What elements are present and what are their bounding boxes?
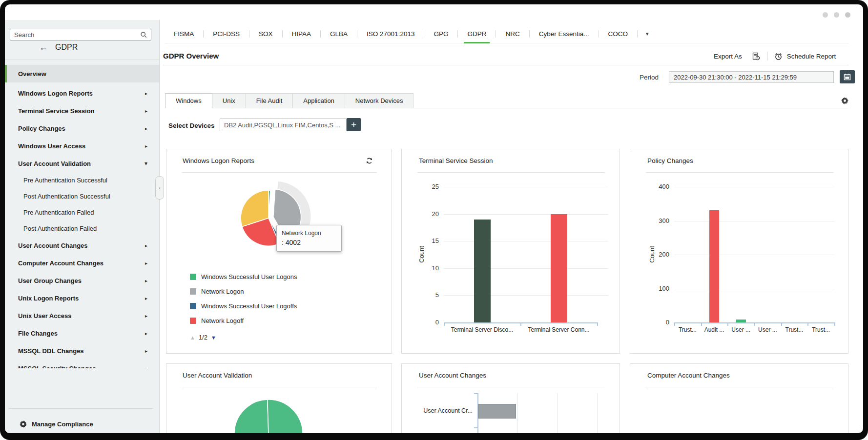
screenshot-frame: FISMAPCI-DSSSOXHIPAAGLBAISO 27001:2013GP…: [0, 0, 868, 440]
y-tick-label: 300: [649, 217, 669, 224]
legend-item-windows-successful-user-logoffs[interactable]: Windows Successful User Logoffs: [190, 299, 297, 313]
pie-slice-item[interactable]: [268, 400, 303, 433]
add-devices-button[interactable]: +: [347, 118, 361, 131]
period-input[interactable]: 2022-09-30 21:30:00 - 2022-11-15 21:29:5…: [669, 71, 834, 83]
sidebar-item-post-authentication-failed[interactable]: Post Authentication Failed: [5, 220, 159, 237]
sidebar-item-label: Unix Logon Reports: [18, 295, 79, 302]
sidebar-item-user-account-changes[interactable]: User Account Changes▸: [5, 237, 159, 254]
axis-tick: [597, 322, 598, 326]
sidebar-item-mssql-ddl-changes[interactable]: MSSQL DDL Changes▸: [5, 342, 159, 360]
y-tick-label: 10: [418, 264, 439, 272]
axis-tick: [520, 322, 521, 326]
chevron-right-icon: ▸: [145, 313, 147, 319]
compliance-tab-iso-27001-2013[interactable]: ISO 27001:2013: [357, 24, 424, 43]
sidebar-item-pre-authentication-successful[interactable]: Pre Authentication Successful: [5, 172, 159, 188]
chart-legend: Windows Successful User LogonsNetwork Lo…: [190, 269, 297, 328]
gear-icon[interactable]: [841, 97, 848, 104]
period-label: Period: [640, 74, 659, 81]
chevron-right-icon: ▸: [145, 91, 147, 96]
sidebar-item-file-changes[interactable]: File Changes▸: [5, 324, 159, 342]
axis-tick: [834, 322, 835, 326]
pie-slice-item[interactable]: [234, 400, 269, 433]
sidebar-item-mssql-security-changes[interactable]: MSSQL Security Changes▸: [5, 360, 159, 368]
calendar-button[interactable]: [840, 70, 855, 83]
page-title: GDPR Overview: [163, 52, 219, 60]
sidebar-item-label: Terminal Service Session: [18, 107, 95, 115]
compliance-tab-glba[interactable]: GLBA: [321, 24, 357, 43]
device-tab-windows[interactable]: Windows: [165, 93, 212, 108]
legend-item-windows-successful-user-logons[interactable]: Windows Successful User Logons: [190, 269, 297, 284]
sidebar-item-unix-logon-reports[interactable]: Unix Logon Reports▸: [5, 289, 159, 307]
y-tick-label: 5: [418, 291, 439, 299]
chevron-down-icon: ▾: [145, 160, 147, 167]
legend-swatch: [190, 303, 196, 309]
sidebar-item-unix-user-access[interactable]: Unix User Access▸: [5, 307, 159, 324]
device-tab-network-devices[interactable]: Network Devices: [345, 93, 414, 108]
sidebar-item-user-group-changes[interactable]: User Group Changes▸: [5, 272, 159, 289]
legend-pager: ▲ 1/2 ▼: [190, 334, 216, 341]
manage-compliance-label: Manage Compliance: [32, 420, 93, 428]
sidebar-item-terminal-service-session[interactable]: Terminal Service Session▸: [5, 102, 159, 120]
y-tick-label: 0: [649, 319, 669, 326]
compliance-tabs-more-button[interactable]: ▾: [638, 31, 657, 37]
user-account-changes-bar-chart: User Account Cr...: [402, 364, 620, 433]
legend-item-network-logoff[interactable]: Network Logoff: [190, 313, 297, 328]
legend-label: Windows Successful User Logoffs: [201, 302, 297, 310]
y-tick-label: 20: [418, 210, 439, 218]
export-as-button[interactable]: Export As: [714, 53, 742, 60]
tooltip-value: : 4002: [282, 238, 336, 248]
sidebar-item-computer-account-changes[interactable]: Computer Account Changes▸: [5, 254, 159, 272]
bar-user[interactable]: [736, 320, 746, 322]
sidebar-item-user-account-validation[interactable]: User Account Validation▾: [5, 155, 159, 172]
manage-compliance-button[interactable]: Manage Compliance: [20, 420, 93, 428]
gridline: [444, 295, 608, 296]
sidebar-item-windows-logon-reports[interactable]: Windows Logon Reports▸: [5, 84, 159, 102]
export-report-icon[interactable]: [752, 52, 760, 60]
compliance-tab-gpg[interactable]: GPG: [424, 24, 457, 43]
schedule-report-button[interactable]: Schedule Report: [787, 53, 836, 60]
sidebar-item-overview[interactable]: Overview: [5, 65, 159, 82]
device-tab-file-audit[interactable]: File Audit: [246, 93, 293, 108]
sidebar-collapse-handle[interactable]: ‹: [155, 176, 164, 200]
legend-item-network-logon[interactable]: Network Logon: [190, 284, 297, 299]
x-tick-label: Trust...: [781, 326, 808, 333]
bar-terminal-server-disco[interactable]: [474, 220, 491, 322]
axis-tick: [727, 322, 728, 326]
device-tab-unix[interactable]: Unix: [212, 93, 246, 108]
sidebar-menu: OverviewWindows Logon Reports▸Terminal S…: [5, 65, 159, 368]
page-up-icon[interactable]: ▲: [190, 335, 195, 340]
bar-terminal-server-conn[interactable]: [551, 214, 567, 322]
search-box[interactable]: [10, 29, 151, 40]
page-down-icon[interactable]: ▼: [211, 335, 216, 340]
gridline: [444, 214, 608, 215]
bar-audit[interactable]: [709, 210, 719, 322]
select-devices-input[interactable]: DB2 Audit,PGSQL,Linux FIM,Centos,S ...: [220, 119, 347, 131]
compliance-tab-hipaa[interactable]: HIPAA: [283, 24, 321, 43]
legend-label: Network Logon: [201, 288, 244, 295]
sidebar-item-policy-changes[interactable]: Policy Changes▸: [5, 120, 159, 137]
chevron-left-icon: ‹: [159, 185, 161, 191]
y-tick-label: 100: [649, 285, 669, 292]
back-arrow-icon[interactable]: ←: [39, 43, 48, 52]
chevron-right-icon: ▸: [145, 143, 147, 149]
compliance-tab-pci-dss[interactable]: PCI-DSS: [204, 24, 249, 43]
device-tab-bar: WindowsUnixFile AuditApplicationNetwork …: [165, 93, 848, 108]
compliance-tab-coco[interactable]: COCO: [599, 24, 638, 43]
device-tab-application[interactable]: Application: [293, 93, 345, 108]
y-tick-label: 0: [418, 319, 439, 326]
compliance-tab-fisma[interactable]: FISMA: [165, 24, 203, 43]
gridline: [674, 187, 834, 187]
compliance-tab-nrc[interactable]: NRC: [496, 24, 529, 43]
sidebar-item-label: Overview: [18, 70, 46, 78]
search-input[interactable]: [10, 31, 140, 39]
compliance-tab-sox[interactable]: SOX: [249, 24, 282, 43]
bar-user-account-cr[interactable]: [478, 404, 516, 419]
sidebar-item-label: Post Authentication Failed: [23, 225, 97, 232]
sidebar-item-post-authentication-successful[interactable]: Post Authentication Successful: [5, 188, 159, 204]
compliance-tab-cyber-essentia[interactable]: Cyber Essentia...: [530, 24, 599, 43]
sidebar-item-pre-authentication-failed[interactable]: Pre Authentication Failed: [5, 204, 159, 220]
compliance-tab-gdpr[interactable]: GDPR: [458, 24, 496, 43]
sidebar-item-windows-user-access[interactable]: Windows User Access▸: [5, 137, 159, 155]
window-dot-icon: [834, 12, 839, 18]
gridline: [674, 289, 834, 289]
